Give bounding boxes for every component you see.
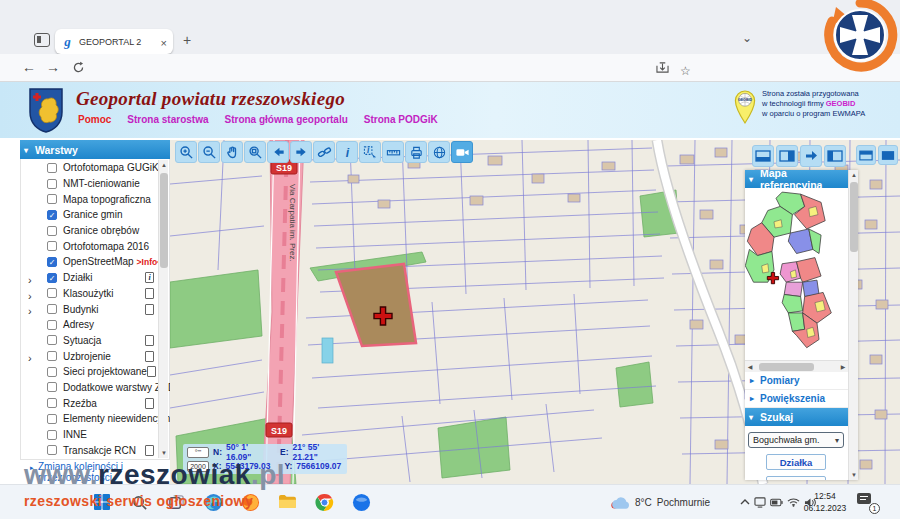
county-map[interactable]	[745, 188, 848, 360]
forward-button[interactable]	[46, 58, 60, 76]
layer-checkbox[interactable]	[47, 257, 57, 267]
new-tab-button[interactable]	[183, 31, 191, 49]
gmina-select[interactable]: Boguchwała gm.	[748, 432, 844, 448]
layer-checkbox[interactable]	[47, 273, 57, 283]
legend-doc-icon[interactable]	[147, 366, 156, 377]
tab-list-chevron-icon[interactable]	[742, 28, 752, 46]
expand-icon[interactable]	[28, 301, 36, 316]
battery-icon[interactable]	[770, 498, 783, 507]
scroll-up-icon[interactable]	[849, 170, 859, 180]
layers-panel-header[interactable]: Warstwy	[20, 140, 170, 159]
layer-row[interactable]: Ortofotomapa GUGiK	[21, 160, 169, 176]
previous-view-button[interactable]	[267, 141, 289, 163]
layer-checkbox[interactable]	[47, 288, 57, 298]
chevron-up-icon[interactable]	[740, 498, 750, 506]
monitor-icon[interactable]	[754, 497, 766, 508]
layer-checkbox[interactable]	[47, 179, 57, 189]
scroll-down-icon[interactable]	[159, 448, 169, 458]
legend-doc-icon[interactable]	[145, 288, 154, 299]
layer-row[interactable]: Granice gmin	[21, 207, 169, 223]
powiekszenia-section[interactable]: Powiększenia	[745, 390, 848, 408]
legend-doc-icon[interactable]	[145, 304, 154, 315]
zoom-out-button[interactable]	[198, 141, 220, 163]
layer-row[interactable]: Budynki	[21, 301, 169, 317]
layer-checkbox[interactable]	[47, 430, 57, 440]
legend-doc-icon[interactable]	[145, 398, 154, 409]
link-button[interactable]	[313, 141, 335, 163]
right-panel-scrollbar[interactable]	[848, 170, 858, 480]
expand-icon[interactable]	[28, 348, 36, 363]
nav-geoportal[interactable]: Strona główna geoportalu	[224, 114, 347, 125]
search-button[interactable]	[127, 490, 151, 514]
layout-2-button[interactable]	[776, 145, 798, 167]
scroll-up-icon[interactable]	[159, 160, 169, 170]
scroll-down-icon[interactable]	[849, 470, 859, 480]
dms-button[interactable]: °'"	[187, 447, 209, 458]
layer-row[interactable]: Klasoużytki	[21, 286, 169, 302]
layout-3-button[interactable]	[800, 145, 822, 167]
scrollbar-thumb[interactable]	[850, 182, 858, 252]
chrome-icon[interactable]	[312, 490, 336, 514]
layer-checkbox[interactable]	[47, 210, 57, 220]
identify-button[interactable]: i	[336, 141, 358, 163]
collapse-1-button[interactable]	[856, 145, 876, 165]
task-view-button[interactable]	[164, 490, 188, 514]
layer-row[interactable]: Transakcje RCN	[21, 442, 169, 458]
reference-map-hscrollbar[interactable]	[745, 360, 848, 372]
edge-icon[interactable]	[201, 490, 225, 514]
layer-row[interactable]: Rzeźba	[21, 395, 169, 411]
weather-widget[interactable]: 8°C Pochmurnie	[610, 490, 710, 514]
pomiary-section[interactable]: Pomiary	[745, 372, 848, 390]
layer-checkbox[interactable]	[47, 414, 57, 424]
globe-button[interactable]	[428, 141, 450, 163]
layer-checkbox[interactable]	[47, 320, 57, 330]
layer-row[interactable]: Mapa topograficzna	[21, 191, 169, 207]
layer-checkbox[interactable]	[47, 241, 57, 251]
expand-icon[interactable]	[28, 270, 36, 285]
layer-row[interactable]: NMT-cieniowanie	[21, 176, 169, 192]
browser-blue-icon[interactable]	[349, 490, 373, 514]
legend-doc-icon[interactable]	[145, 272, 154, 283]
bookmark-star-icon[interactable]	[680, 61, 691, 79]
browser-tab[interactable]: g GEOPORTAL 2	[55, 29, 173, 54]
pan-button[interactable]	[221, 141, 243, 163]
layers-scrollbar[interactable]	[158, 160, 168, 458]
nav-pomoc[interactable]: Pomoc	[78, 114, 111, 125]
save-page-icon[interactable]	[656, 62, 669, 74]
layer-row[interactable]: Granice obrębów	[21, 223, 169, 239]
layer-checkbox[interactable]	[47, 351, 57, 361]
layer-row[interactable]: Adresy	[21, 317, 169, 333]
layer-row[interactable]: OpenStreetMap>Info<	[21, 254, 169, 270]
next-view-button[interactable]	[290, 141, 312, 163]
collapse-2-button[interactable]	[878, 145, 898, 165]
print-button[interactable]	[405, 141, 427, 163]
layer-checkbox[interactable]	[47, 445, 57, 455]
layer-row[interactable]: INNE	[21, 427, 169, 443]
layer-row[interactable]: Dodatkowe warstwy ZUD	[21, 380, 169, 396]
firefox-icon[interactable]	[238, 490, 262, 514]
layer-checkbox[interactable]	[47, 335, 57, 345]
szukaj-section-header[interactable]: Szukaj	[745, 408, 848, 426]
nav-starostwo[interactable]: Strona starostwa	[127, 114, 208, 125]
back-button[interactable]	[22, 58, 36, 76]
tab-close-icon[interactable]	[161, 33, 167, 51]
reference-map[interactable]	[745, 188, 848, 360]
layer-checkbox[interactable]	[47, 398, 57, 408]
layer-row[interactable]: Ortofotomapa 2016	[21, 238, 169, 254]
tabela-button[interactable]: Tabela	[766, 476, 826, 480]
file-explorer-icon[interactable]	[275, 490, 299, 514]
zoom-window-button[interactable]	[244, 141, 266, 163]
legend-doc-icon[interactable]	[145, 335, 154, 346]
layout-1-button[interactable]	[752, 145, 774, 167]
firefox-view-icon[interactable]	[34, 33, 50, 47]
layer-row[interactable]: Uzbrojenie	[21, 348, 169, 364]
epsg-button[interactable]: 2000	[187, 461, 209, 472]
zoom-in-button[interactable]	[175, 141, 197, 163]
stream-button[interactable]	[451, 141, 473, 163]
dzialka-button[interactable]: Działka	[766, 454, 826, 470]
layout-4-button[interactable]	[824, 145, 846, 167]
expand-icon[interactable]	[28, 286, 36, 301]
layer-checkbox[interactable]	[47, 304, 57, 314]
layer-checkbox[interactable]	[47, 194, 57, 204]
start-button[interactable]	[90, 490, 114, 514]
